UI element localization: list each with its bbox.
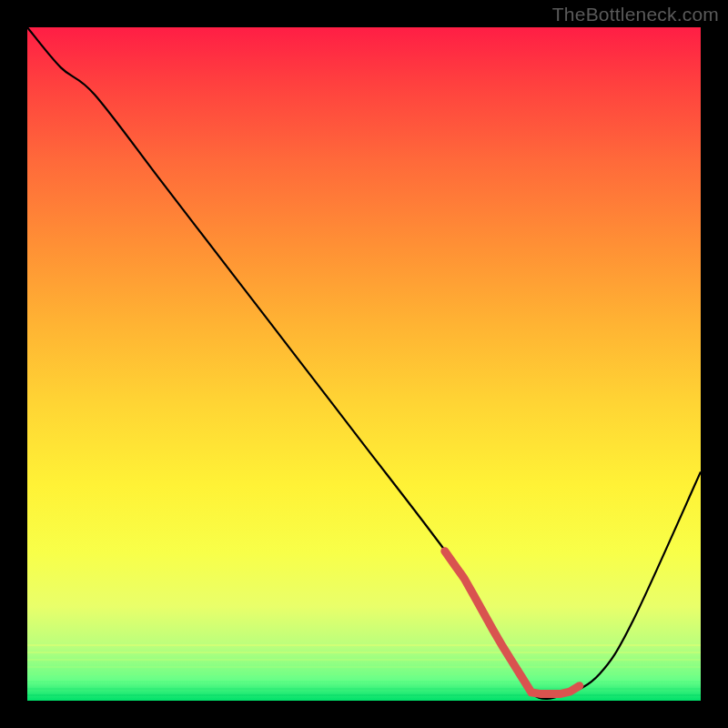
watermark-text: TheBottleneck.com	[552, 4, 719, 25]
optimal-range-marker	[445, 551, 580, 694]
bottleneck-curve	[27, 27, 701, 699]
chart-canvas: TheBottleneck.com	[0, 0, 728, 728]
plot-area	[27, 27, 701, 701]
curve-svg	[27, 27, 701, 701]
